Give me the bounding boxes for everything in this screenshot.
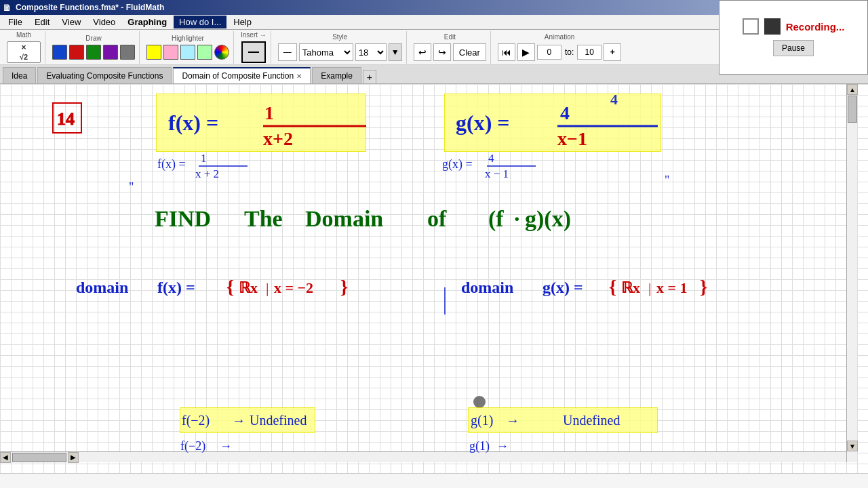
- scroll-down-arrow[interactable]: ▼: [847, 441, 858, 451]
- svg-text:ℝx: ℝx: [621, 279, 640, 296]
- svg-text:x = −2: x = −2: [274, 279, 313, 296]
- svg-text:1: 1: [264, 102, 274, 123]
- tab-domain-label: Domain of Composite Function: [182, 71, 294, 81]
- font-select[interactable]: Tahoma Arial: [299, 43, 353, 61]
- highlight-multi[interactable]: [214, 45, 229, 60]
- svg-text:g(x) =: g(x) =: [442, 157, 473, 171]
- tab-domain[interactable]: Domain of Composite Function ✕: [173, 67, 311, 83]
- color-purple[interactable]: [103, 45, 118, 60]
- clear-button[interactable]: Clear: [453, 43, 486, 61]
- svg-text:domain: domain: [461, 279, 513, 296]
- svg-text:x = 1: x = 1: [656, 279, 688, 296]
- menu-edit[interactable]: Edit: [29, 16, 55, 28]
- line-icon: [247, 45, 260, 59]
- math-label: Math: [16, 31, 31, 39]
- svg-text:}: }: [340, 276, 348, 297]
- svg-text:of: of: [427, 206, 447, 231]
- svg-text:→: →: [506, 413, 519, 428]
- redo-button[interactable]: ↪: [433, 43, 451, 61]
- anim-start-button[interactable]: ⏮: [498, 43, 515, 61]
- highlight-cyan[interactable]: [180, 45, 195, 60]
- tab-idea[interactable]: Idea: [3, 67, 36, 83]
- anim-value-input[interactable]: [537, 45, 561, 60]
- toolbar-highlighter-section: Highlighter: [142, 31, 234, 64]
- menu-howdoi[interactable]: How do I...: [174, 16, 226, 28]
- menu-video[interactable]: Video: [87, 16, 121, 28]
- canvas-content: .handwritten { font-family: 'Comic Sans …: [0, 84, 857, 462]
- color-blue[interactable]: [52, 45, 67, 60]
- svg-text:f(x) =: f(x) =: [157, 157, 186, 171]
- highlight-lime[interactable]: [197, 45, 212, 60]
- rec-black-square: [764, 18, 781, 35]
- svg-text:x + 2: x + 2: [195, 167, 219, 180]
- fontsize-select[interactable]: 18 12 14 16 20 24: [355, 43, 387, 61]
- svg-text:(f: (f: [488, 206, 504, 232]
- anim-plus-button[interactable]: +: [604, 43, 621, 61]
- svg-text:4: 4: [560, 102, 570, 123]
- svg-text:f(x) =: f(x) =: [168, 110, 218, 135]
- pause-button[interactable]: Pause: [773, 40, 814, 56]
- fontsize-down-button[interactable]: ▼: [389, 43, 402, 61]
- rec-white-square: [743, 18, 759, 35]
- titlebar-left: 🗎 Composite Functions.fma* - FluidMath: [3, 3, 164, 13]
- toolbar-animation-section: Animation ⏮ ▶ to: +: [494, 31, 625, 64]
- draw-label: Draw: [85, 35, 101, 42]
- svg-text:4: 4: [488, 152, 494, 165]
- tab-add-button[interactable]: +: [363, 70, 376, 83]
- svg-text:f(−2): f(−2): [180, 439, 205, 453]
- svg-text:{: {: [609, 276, 616, 297]
- titlebar-title: Composite Functions.fma* - FluidMath: [16, 3, 164, 12]
- svg-text:→: →: [232, 413, 245, 428]
- svg-text:}: }: [700, 276, 707, 297]
- toolbar-edit-section: Edit ↩ ↪ Clear: [410, 31, 491, 64]
- svg-text:Undefined: Undefined: [250, 413, 307, 428]
- anim-to-label: to:: [565, 47, 574, 57]
- svg-text:4: 4: [610, 91, 618, 108]
- highlight-yellow[interactable]: [146, 45, 161, 60]
- svg-text:x+2: x+2: [263, 128, 293, 149]
- color-green[interactable]: [86, 45, 101, 60]
- toolbar-style-section: Style — Tahoma Arial 18 12 14 16 20 24 ▼: [274, 31, 407, 64]
- svg-text:|: |: [266, 279, 269, 296]
- toolbar-insert-section: Insert →: [237, 31, 271, 64]
- svg-text:": ": [665, 174, 669, 187]
- scroll-up-arrow[interactable]: ▲: [847, 84, 858, 95]
- color-red[interactable]: [69, 45, 84, 60]
- svg-text:The: The: [244, 206, 283, 231]
- menu-view[interactable]: View: [56, 16, 86, 28]
- toolbar-math-section: Math ×√2: [3, 31, 45, 64]
- svg-text:∙: ∙: [514, 206, 520, 231]
- svg-text:{: {: [226, 276, 234, 297]
- tab-domain-close[interactable]: ✕: [296, 73, 302, 80]
- edit-label: Edit: [444, 33, 456, 41]
- highlight-pink[interactable]: [163, 45, 178, 60]
- anim-max-input[interactable]: [577, 45, 601, 60]
- svg-text:ℝx: ℝx: [239, 279, 258, 296]
- menu-help[interactable]: Help: [228, 16, 257, 28]
- math-button[interactable]: ×√2: [7, 41, 41, 63]
- recording-panel: Recording... Pause: [719, 0, 868, 75]
- toolbar-draw-section: Draw: [48, 31, 140, 64]
- svg-text:x − 1: x − 1: [485, 167, 509, 180]
- anim-play-button[interactable]: ▶: [517, 43, 535, 61]
- insert-label: Insert →: [241, 31, 267, 39]
- svg-text:g)(x): g)(x): [525, 206, 571, 232]
- svg-text:14: 14: [57, 109, 75, 129]
- menu-file[interactable]: File: [3, 16, 28, 28]
- math-svg: .handwritten { font-family: 'Comic Sans …: [0, 84, 814, 473]
- undo-button[interactable]: ↩: [414, 43, 431, 61]
- app-icon: 🗎: [3, 3, 12, 13]
- color-gray[interactable]: [120, 45, 135, 60]
- tab-example[interactable]: Example: [312, 67, 361, 83]
- svg-text:Domain: Domain: [305, 206, 383, 231]
- svg-text:|: |: [648, 279, 651, 296]
- svg-text:": ": [129, 180, 134, 194]
- main-canvas[interactable]: .handwritten { font-family: 'Comic Sans …: [0, 84, 868, 473]
- insert-line-button[interactable]: [241, 41, 266, 63]
- menu-graphing[interactable]: Graphing: [122, 16, 172, 28]
- scrollbar-right[interactable]: ▲ ▼: [846, 84, 857, 462]
- svg-text:1: 1: [201, 152, 207, 165]
- tab-evaluating[interactable]: Evaluating Composite Functions: [37, 67, 172, 83]
- scroll-thumb-vertical[interactable]: [848, 96, 857, 123]
- svg-text:f(x) =: f(x) =: [157, 279, 195, 296]
